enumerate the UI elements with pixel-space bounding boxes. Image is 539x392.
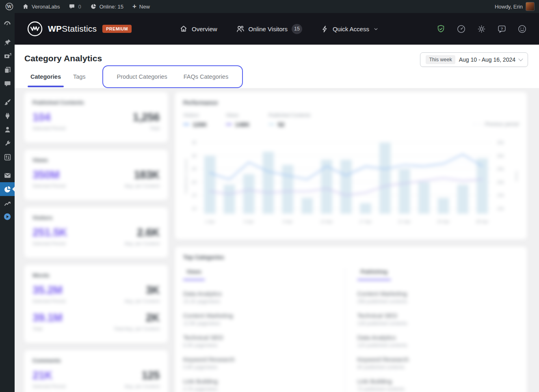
- tab-categories[interactable]: Categories: [24, 65, 67, 88]
- metric-value: 39.1M: [32, 312, 63, 323]
- category-name: Content Marketing: [183, 312, 335, 319]
- tab-views[interactable]: Views: [183, 268, 205, 280]
- category-list-item[interactable]: Data Analytics120 published contents: [357, 334, 509, 348]
- nav-online-visitors[interactable]: Online Visitors 15: [236, 24, 302, 34]
- sidebar-item-media[interactable]: [0, 49, 15, 63]
- card-title: Comments: [32, 358, 160, 364]
- wps-header-icons: ?: [436, 24, 527, 34]
- performance-chart-svg: 3535k3030k2525k2020k1515k1010k1 Apr5 Apr…: [183, 133, 519, 228]
- sidebar-item-appearance[interactable]: [0, 95, 15, 109]
- sidebar-item-posts[interactable]: [0, 35, 15, 49]
- wps-top-nav: Overview Online Visitors 15 Quick Access: [180, 24, 379, 34]
- admin-bar-account[interactable]: Howdy, Erin: [490, 0, 539, 13]
- page-head: Category Analytics This week Aug 10 - Au…: [15, 45, 539, 88]
- brand-wp: WP: [48, 24, 62, 33]
- category-list-item[interactable]: Content Marketing256 published contents: [357, 290, 509, 304]
- comments-bubble-icon: [69, 3, 75, 10]
- pages-icon: [4, 66, 11, 74]
- category-list-item[interactable]: Technical SEO8.3K pageviews: [183, 334, 335, 348]
- gear-icon[interactable]: [477, 24, 486, 34]
- chevron-down-icon: [373, 26, 379, 32]
- sidebar-item-users[interactable]: [0, 123, 15, 136]
- dashes-icon: - -: [474, 121, 482, 127]
- category-list-item[interactable]: Keyword Research5.6K pageviews: [183, 356, 335, 370]
- nav-overview[interactable]: Overview: [180, 25, 217, 33]
- performance-title: Performance: [183, 99, 519, 106]
- date-range-picker[interactable]: This week Aug 10 - Aug 16, 2024: [420, 52, 528, 67]
- metric-label: Selected Period: [32, 183, 65, 188]
- verified-shield-icon[interactable]: [436, 24, 446, 34]
- performance-legend: Visitors 126K Views 148K Published Conte…: [183, 112, 519, 128]
- sidebar-item-dashboard[interactable]: [0, 17, 15, 31]
- sidebar-item-tools[interactable]: [0, 136, 15, 150]
- sidebar-item-pages[interactable]: [0, 63, 15, 77]
- category-list-item[interactable]: Link Building72 published contents: [357, 378, 509, 392]
- performance-chart[interactable]: 3535k3030k2525k2020k1515k1010k1 Apr5 Apr…: [183, 133, 519, 228]
- wp-logo-menu[interactable]: W: [0, 0, 18, 13]
- svg-text:9 Apr: 9 Apr: [282, 219, 293, 224]
- metric-label: Avg. per Content: [125, 241, 160, 246]
- category-name: Data Analytics: [357, 334, 509, 341]
- sidebar-item-settings[interactable]: [0, 150, 15, 164]
- category-meta: 8.3K pageviews: [183, 342, 335, 348]
- category-list-item[interactable]: Data Analytics15.1K pageviews: [183, 290, 335, 304]
- category-list-item[interactable]: Content Marketing12.5K pageviews: [183, 312, 335, 326]
- sidebar-item-mail[interactable]: [0, 168, 15, 182]
- svg-text:35: 35: [192, 140, 197, 145]
- sidebar-item-analytics[interactable]: [0, 196, 15, 210]
- admin-bar-comments[interactable]: 0: [64, 0, 85, 13]
- tab-publishing[interactable]: Publishing: [357, 268, 391, 280]
- metric-label: Avg. per Content: [125, 384, 160, 389]
- sidebar-item-play[interactable]: [0, 210, 15, 224]
- wp-statistics-logo-icon: [27, 21, 43, 37]
- sidebar-item-plugins[interactable]: [0, 109, 15, 123]
- premium-tabs-highlight-box: Product Categories FAQs Categories: [102, 65, 243, 88]
- wps-brand[interactable]: WPStatistics PREMIUM: [27, 21, 132, 37]
- category-list-item[interactable]: Technical SEO128 published contents: [357, 312, 509, 326]
- legend-visitors: Visitors 126K: [183, 112, 207, 128]
- tab-tags[interactable]: Tags: [67, 65, 92, 88]
- admin-bar-site-name[interactable]: VeronaLabs: [18, 0, 64, 13]
- svg-text:15: 15: [192, 193, 197, 198]
- howdy-label: Howdy, Erin: [495, 4, 523, 10]
- metrics-column: Published Contents 104Selected Period 1,…: [24, 92, 168, 392]
- brand-name: WPStatistics: [48, 24, 97, 34]
- nav-quick-access[interactable]: Quick Access: [321, 25, 379, 33]
- tab-product-categories[interactable]: Product Categories: [109, 66, 175, 87]
- gauge-icon[interactable]: [457, 24, 466, 34]
- premium-badge: PREMIUM: [102, 25, 132, 33]
- chevron-down-icon: [518, 56, 523, 61]
- category-list-item[interactable]: Link Building4.7K pageviews: [183, 378, 335, 392]
- legend-previous-period: - -Previous period: [474, 121, 519, 128]
- sidebar-item-comments[interactable]: [0, 77, 15, 90]
- legend-dash: [183, 124, 189, 125]
- legend-value: 126K: [193, 121, 207, 128]
- legend-views: Views 148K: [226, 112, 250, 128]
- category-name: Content Marketing: [357, 290, 509, 297]
- admin-bar-new[interactable]: + New: [128, 0, 154, 13]
- svg-text:?: ?: [500, 26, 503, 30]
- metric-label: Selected Period: [32, 126, 65, 131]
- analytics-chart-icon: [4, 199, 11, 207]
- settings-sliders-icon: [4, 153, 11, 161]
- feedback-smiley-icon[interactable]: [517, 24, 527, 34]
- nav-overview-label: Overview: [192, 26, 217, 32]
- admin-bar-online[interactable]: Online: 15: [86, 0, 128, 13]
- sidebar-item-wp-statistics[interactable]: [0, 182, 15, 196]
- legend-value: 52: [278, 121, 285, 128]
- svg-text:20k: 20k: [496, 180, 504, 185]
- online-count-label: Online: 15: [100, 4, 123, 10]
- card-title: Visitors: [32, 215, 160, 221]
- svg-text:30k: 30k: [497, 153, 504, 158]
- category-meta: 128 published contents: [357, 321, 509, 326]
- tab-faqs-categories[interactable]: FAQs Categories: [175, 66, 236, 87]
- wp-admin-menu: [0, 13, 15, 392]
- metric-value: 251.5K: [32, 227, 67, 238]
- help-bubble-icon[interactable]: ?: [497, 24, 507, 34]
- comments-icon: [4, 80, 11, 88]
- category-meta: 12.5K pageviews: [183, 321, 335, 326]
- lightning-icon: [321, 25, 329, 33]
- category-list-item[interactable]: Keyword Research80 published contents: [357, 356, 509, 370]
- svg-text:28 Apr: 28 Apr: [475, 219, 489, 224]
- metric-label: Total: [32, 326, 63, 331]
